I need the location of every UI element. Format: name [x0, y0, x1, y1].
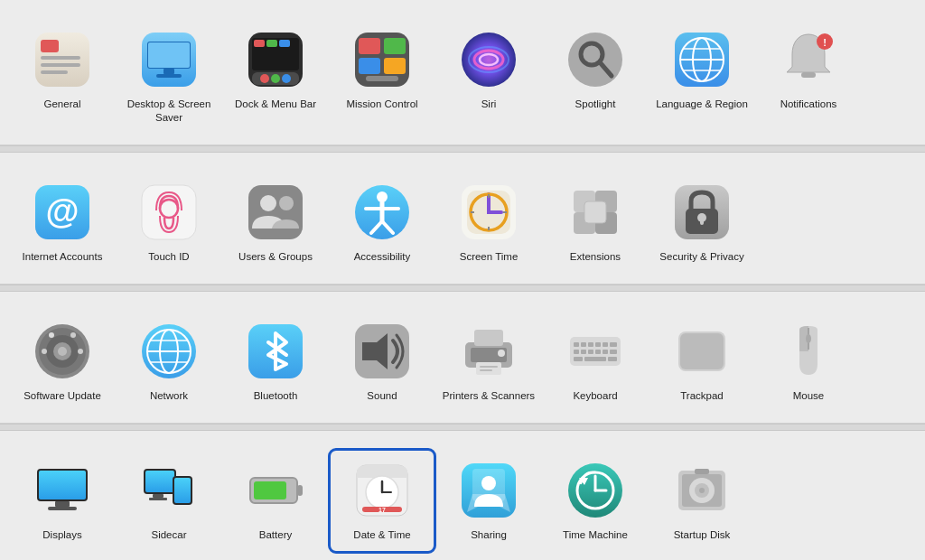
battery-label: Battery	[259, 528, 292, 542]
svg-rect-69	[700, 218, 704, 225]
svg-rect-92	[480, 366, 498, 368]
svg-point-18	[282, 74, 291, 83]
battery-icon	[243, 458, 308, 523]
svg-point-114	[806, 334, 811, 343]
svg-text:@: @	[45, 192, 79, 230]
accessibility-label: Accessibility	[354, 250, 411, 264]
pref-item-mouse[interactable]: Mouse	[755, 310, 862, 414]
svg-rect-104	[588, 350, 593, 354]
svg-rect-122	[174, 478, 191, 503]
sound-icon	[350, 319, 415, 384]
svg-rect-116	[39, 471, 86, 499]
pref-item-internet-accounts[interactable]: @ Internet Accounts	[9, 171, 116, 275]
svg-rect-65	[584, 201, 606, 223]
mouse-label: Mouse	[793, 389, 825, 403]
pref-item-touch-id[interactable]: Touch ID	[116, 171, 222, 275]
notifications-icon: !	[776, 27, 841, 92]
pref-item-security-privacy[interactable]: Security & Privacy	[649, 171, 755, 275]
desktop-screensaver-label: Desktop & Screen Saver	[120, 98, 218, 125]
svg-point-16	[260, 74, 269, 83]
keyboard-label: Keyboard	[573, 389, 617, 403]
section-2: @ Internet Accounts Touch ID Users & Gro…	[0, 153, 925, 285]
pref-item-sound[interactable]: Sound	[329, 310, 435, 414]
pref-item-accessibility[interactable]: Accessibility	[329, 171, 435, 275]
pref-item-siri[interactable]: Siri	[435, 18, 542, 135]
pref-item-general[interactable]: General	[9, 18, 116, 135]
general-label: General	[44, 98, 81, 111]
svg-rect-90	[474, 330, 503, 346]
pref-item-battery[interactable]: Battery	[222, 449, 329, 553]
svg-rect-24	[366, 76, 398, 81]
general-icon	[30, 27, 95, 92]
keyboard-icon	[563, 319, 628, 384]
pref-item-extensions[interactable]: Extensions	[542, 171, 649, 275]
pref-item-software-update[interactable]: Software Update	[9, 310, 116, 414]
desktop-screensaver-icon	[136, 27, 201, 92]
mouse-icon	[776, 319, 841, 384]
svg-rect-4	[41, 70, 68, 74]
date-time-icon: 17	[350, 458, 415, 523]
section-4: Displays Sidecar Battery 17 Date & Time	[0, 431, 925, 560]
pref-item-startup-disk[interactable]: Startup Disk	[649, 449, 755, 553]
touch-id-label: Touch ID	[148, 250, 189, 264]
svg-rect-149	[695, 469, 709, 474]
section-1: General Desktop & Screen Saver Dock & Me…	[0, 0, 925, 145]
svg-point-138	[481, 476, 496, 490]
pref-item-printers-scanners[interactable]: Printers & Scanners	[435, 310, 542, 414]
pref-item-sharing[interactable]: Sharing	[435, 449, 542, 553]
pref-item-sidecar[interactable]: Sidecar	[116, 449, 222, 553]
users-groups-label: Users & Groups	[238, 250, 313, 264]
bluetooth-icon	[243, 319, 308, 384]
pref-item-desktop-screensaver[interactable]: Desktop & Screen Saver	[116, 18, 222, 135]
svg-rect-118	[48, 507, 77, 510]
svg-text:17: 17	[378, 507, 386, 513]
pref-item-language-region[interactable]: Language & Region	[649, 18, 755, 135]
svg-rect-117	[55, 501, 70, 507]
svg-rect-98	[588, 342, 593, 347]
pref-item-mission-control[interactable]: Mission Control	[329, 18, 435, 135]
sharing-label: Sharing	[471, 528, 507, 542]
mission-control-label: Mission Control	[346, 98, 417, 111]
svg-rect-97	[581, 342, 586, 347]
pref-item-network[interactable]: Network	[116, 310, 222, 414]
network-icon	[136, 319, 201, 384]
svg-rect-102	[574, 350, 579, 354]
date-time-label: Date & Time	[353, 528, 410, 542]
pref-item-dock-menubar[interactable]: Dock & Menu Bar	[222, 18, 329, 135]
pref-item-keyboard[interactable]: Keyboard	[542, 310, 649, 414]
svg-point-78	[78, 349, 83, 354]
svg-rect-23	[384, 58, 406, 74]
svg-rect-9	[156, 74, 182, 78]
svg-point-76	[70, 332, 76, 338]
svg-rect-12	[254, 40, 265, 47]
svg-rect-21	[384, 38, 406, 54]
software-update-label: Software Update	[23, 389, 101, 403]
pref-item-time-machine[interactable]: Time Machine	[542, 449, 649, 553]
dock-menubar-icon	[243, 27, 308, 92]
pref-item-users-groups[interactable]: Users & Groups	[222, 171, 329, 275]
svg-rect-45	[248, 185, 303, 239]
svg-rect-22	[359, 58, 380, 74]
svg-rect-100	[603, 342, 608, 347]
pref-item-bluetooth[interactable]: Bluetooth	[222, 310, 329, 414]
mission-control-icon	[350, 27, 415, 92]
svg-rect-124	[149, 498, 167, 500]
pref-item-trackpad[interactable]: Trackpad	[649, 310, 755, 414]
displays-label: Displays	[42, 528, 81, 542]
pref-item-date-time[interactable]: 17 Date & Time	[329, 449, 435, 553]
svg-rect-8	[164, 69, 174, 74]
svg-point-77	[42, 349, 47, 354]
divider-3	[0, 424, 925, 431]
startup-disk-label: Startup Disk	[674, 528, 731, 542]
time-machine-icon	[563, 458, 628, 523]
pref-item-spotlight[interactable]: Spotlight	[542, 18, 649, 135]
pref-item-notifications[interactable]: ! Notifications	[755, 18, 862, 135]
extensions-icon	[563, 180, 628, 245]
divider-2	[0, 285, 925, 292]
svg-rect-120	[145, 471, 174, 492]
svg-point-74	[58, 347, 67, 356]
svg-rect-126	[297, 485, 303, 496]
pref-item-screen-time[interactable]: Screen Time	[435, 171, 542, 275]
svg-rect-7	[148, 42, 190, 68]
pref-item-displays[interactable]: Displays	[9, 449, 116, 553]
